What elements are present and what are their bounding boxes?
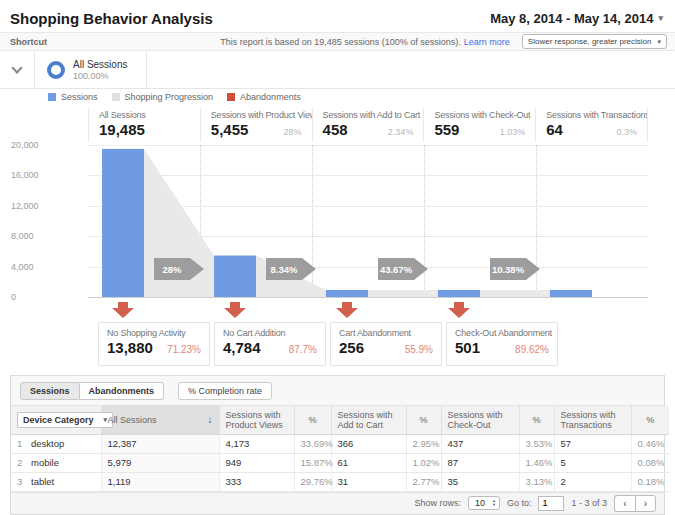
date-range-label: May 8, 2014 - May 14, 2014 [490, 11, 653, 26]
device-category-table: Device Category ▾ All Sessions ↓ Session… [11, 406, 669, 492]
sessions-bar [214, 256, 256, 297]
segment-percent: 100.00% [73, 71, 127, 81]
percent-cell: 0.46% [631, 434, 669, 453]
percent-cell: 3.53% [519, 434, 554, 453]
sessions-bar [326, 290, 368, 297]
percent-cell: 33.69% [294, 434, 331, 453]
legend-item-abandonments: Abandonments [227, 92, 301, 102]
chevron-down-icon [11, 62, 22, 73]
all-sessions-cell: 1,119 [101, 472, 219, 491]
shopping-behavior-page: Shopping Behavior Analysis May 8, 2014 -… [0, 0, 675, 515]
percent-cell: 1.02% [406, 453, 441, 472]
abandonment-arrow-icon [336, 302, 358, 318]
segment-chip-all-sessions[interactable]: All Sessions 100.00% [34, 51, 147, 88]
metric-cell: 57 [554, 434, 631, 453]
percent-cell: 0.08% [631, 453, 669, 472]
tab-sessions[interactable]: Sessions [20, 382, 80, 400]
table-row: 3tablet1,11933329.76%312.77%353.13%20.18… [11, 472, 669, 491]
progression-area [368, 290, 438, 297]
segment-name: All Sessions [73, 59, 127, 70]
table-footer: Show rows: 10 ▲▼ Go to: 1 - 3 of 3 ‹ › [11, 492, 664, 514]
percent-cell: 29.76% [294, 472, 331, 491]
table-row: 2mobile5,97994915.87%611.02%871.46%50.08… [11, 453, 669, 472]
metric-cell: 35 [441, 472, 519, 491]
date-range-selector[interactable]: May 8, 2014 - May 14, 2014 ▾ [490, 11, 663, 26]
metric-cell: 87 [441, 453, 519, 472]
table-row: 1desktop12,3874,17333.69%3662.95%4373.53… [11, 434, 669, 453]
percent-cell: 0.18% [631, 472, 669, 491]
table-tabs: Sessions Abandonments [20, 382, 164, 400]
transition-percent-label: 43.67% [380, 264, 413, 275]
device-cell: 1desktop [11, 434, 101, 453]
report-basis-text: This report is based on 19,485 sessions … [220, 37, 461, 47]
shopping-funnel: All Sessions 19,485 Sessions with Produc… [0, 105, 675, 367]
chevron-down-icon: ▾ [657, 38, 661, 46]
percent-cell: 2.77% [406, 472, 441, 491]
tab-abandonments[interactable]: Abandonments [80, 382, 165, 400]
precision-dropdown[interactable]: Slower response, greater precision ▾ [522, 34, 667, 49]
completion-rate-toggle[interactable]: % Completion rate [178, 382, 272, 400]
show-rows-select[interactable]: 10 ▲▼ [468, 496, 500, 510]
goto-page-input[interactable] [538, 496, 564, 511]
legend-item-shopping-progression: Shopping Progression [112, 92, 214, 102]
transition-percent-label: 28% [162, 264, 182, 275]
segment-donut-icon [47, 61, 65, 79]
previous-page-button[interactable]: ‹ [614, 495, 635, 512]
metric-cell: 437 [441, 434, 519, 453]
device-category-dropdown[interactable]: Device Category ▾ [17, 412, 113, 428]
shortcut-button[interactable]: Shortcut [10, 37, 47, 47]
legend-swatch-abandonments [227, 93, 235, 101]
percent-cell: 15.87% [294, 453, 331, 472]
abandonment-arrow-icon [224, 302, 246, 318]
sessions-bar [102, 149, 144, 297]
metric-cell: 61 [331, 453, 406, 472]
column-header-add-to-cart[interactable]: Sessions with Add to Cart [331, 406, 406, 434]
goto-label: Go to: [507, 498, 532, 508]
report-header: Shopping Behavior Analysis May 8, 2014 -… [0, 0, 675, 32]
precision-dropdown-value: Slower response, greater precision [528, 37, 652, 46]
abandonment-cards: No Shopping Activity 13,88071.23% No Car… [98, 322, 558, 366]
chevron-down-icon: ▾ [658, 13, 663, 23]
column-header-check-out[interactable]: Sessions with Check-Out [441, 406, 519, 434]
abandonment-arrow-icon [448, 302, 470, 318]
percent-cell: 3.13% [519, 472, 554, 491]
metric-cell: 2 [554, 472, 631, 491]
sort-descending-icon: ↓ [208, 414, 213, 425]
transition-percent-label: 10.38% [492, 264, 525, 275]
sessions-bar [438, 290, 480, 297]
transition-percent-label: 8.34% [271, 264, 298, 275]
stepper-icon: ▲▼ [492, 499, 496, 507]
chart-legend: Sessions Shopping Progression Abandonmen… [0, 89, 675, 105]
column-header-transactions[interactable]: Sessions with Transactions [554, 406, 631, 434]
column-header-all-sessions[interactable]: All Sessions ↓ [101, 406, 219, 434]
column-header-add-to-cart-pct[interactable]: % [406, 406, 441, 434]
metric-cell: 333 [219, 472, 294, 491]
learn-more-link[interactable]: Learn more [464, 37, 510, 47]
abandonment-arrow-icon [112, 302, 134, 318]
all-sessions-cell: 5,979 [101, 453, 219, 472]
next-page-button[interactable]: › [635, 495, 656, 512]
legend-item-sessions: Sessions [48, 92, 98, 102]
sessions-bar [550, 290, 592, 297]
all-sessions-cell: 12,387 [101, 434, 219, 453]
row-range-text: 1 - 3 of 3 [571, 498, 607, 508]
card-no-cart-addition: No Cart Addition 4,78487.7% [214, 322, 326, 366]
legend-swatch-sessions [48, 93, 56, 101]
column-header-transactions-pct[interactable]: % [631, 406, 669, 434]
column-header-product-views[interactable]: Sessions with Product Views [219, 406, 294, 434]
card-cart-abandonment: Cart Abandonment 25655.9% [330, 322, 442, 366]
column-header-check-out-pct[interactable]: % [519, 406, 554, 434]
metric-cell: 31 [331, 472, 406, 491]
metric-cell: 949 [219, 453, 294, 472]
column-header-product-views-pct[interactable]: % [294, 406, 331, 434]
pagination: ‹ › [614, 495, 656, 512]
table-toolbar: Sessions Abandonments % Completion rate [11, 376, 664, 406]
percent-cell: 2.95% [406, 434, 441, 453]
device-cell: 3tablet [11, 472, 101, 491]
legend-swatch-progression [112, 93, 120, 101]
page-title: Shopping Behavior Analysis [10, 10, 213, 27]
segment-collapse-button[interactable] [0, 51, 34, 88]
device-table-card: Sessions Abandonments % Completion rate … [10, 375, 665, 515]
segment-row: All Sessions 100.00% [0, 51, 675, 89]
progression-area [480, 290, 550, 297]
